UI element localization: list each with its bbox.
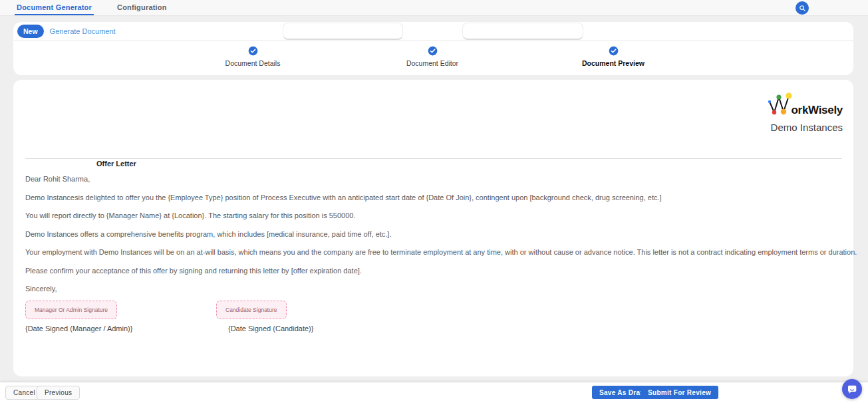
tab-configuration[interactable]: Configuration [115, 0, 169, 15]
candidate-signature-placeholder[interactable]: Candidate Signature [216, 301, 287, 319]
footer-action-bar: Cancel Previous Save As Draft Submit For… [0, 382, 868, 403]
stepper: Document Details Document Editor Documen… [13, 41, 853, 75]
chat-widget-button[interactable] [842, 379, 862, 399]
step-document-preview[interactable]: Document Preview [560, 46, 666, 67]
previous-button[interactable]: Previous [37, 386, 80, 400]
breadcrumb: New Generate Document [13, 22, 853, 41]
step-completed-check-icon [248, 46, 258, 56]
stepper-connector-1 [283, 23, 403, 40]
workwisely-logo: orkWisely [764, 92, 843, 116]
step-completed-check-icon [609, 46, 619, 56]
company-name: Demo Instances [764, 122, 843, 133]
manager-signature-column: Manager Or Admin Signature [25, 301, 117, 319]
letter-paragraph: Please confirm your acceptance of this o… [25, 262, 843, 281]
letter-paragraph: Sincerely, [25, 280, 843, 299]
stepper-connector-2 [462, 23, 583, 40]
generator-header-card: New Generate Document Document Details D… [13, 22, 853, 75]
step-completed-check-icon [428, 46, 438, 56]
letter-paragraph: You will report directly to {Manager Nam… [25, 207, 843, 225]
status-badge-new: New [17, 25, 44, 38]
candidate-signature-column: Candidate Signature [216, 301, 287, 319]
tab-document-generator[interactable]: Document Generator [15, 0, 94, 15]
top-tab-bar: Document Generator Configuration [0, 0, 868, 16]
workwisely-wordmark: orkWisely [792, 104, 843, 116]
manager-signature-placeholder[interactable]: Manager Or Admin Signature [25, 301, 117, 319]
document-preview-card: orkWisely Demo Instances Offer Letter De… [13, 80, 853, 376]
letter-paragraph: Dear Rohit Sharma, [25, 170, 843, 189]
submit-for-review-button[interactable]: Submit For Review [641, 386, 718, 399]
step-document-editor[interactable]: Document Editor [379, 46, 486, 67]
step-label: Document Editor [406, 59, 458, 67]
document-divider [25, 158, 842, 159]
step-document-details[interactable]: Document Details [200, 46, 306, 67]
search-button[interactable] [796, 1, 809, 15]
company-logo-block: orkWisely Demo Instances [764, 92, 843, 133]
letter-paragraph: Demo Instances offers a comprehensive be… [25, 225, 843, 244]
letter-paragraph: Your employment with Demo Instances will… [25, 243, 843, 262]
breadcrumb-generate-document[interactable]: Generate Document [50, 27, 116, 35]
document-title: Offer Letter [96, 160, 136, 168]
chat-bubble-icon [847, 384, 857, 394]
search-icon [799, 5, 806, 12]
step-label: Document Preview [582, 59, 645, 67]
step-label: Document Details [225, 59, 281, 67]
offer-letter-body: Dear Rohit Sharma, Demo Instancesis deli… [25, 170, 843, 299]
manager-date-signed-label: {Date Signed (Manager / Admin)} [25, 325, 132, 333]
letter-paragraph: Demo Instancesis delighted to offer you … [25, 189, 843, 207]
candidate-date-signed-label: {Date Signed (Candidate)} [228, 325, 313, 333]
